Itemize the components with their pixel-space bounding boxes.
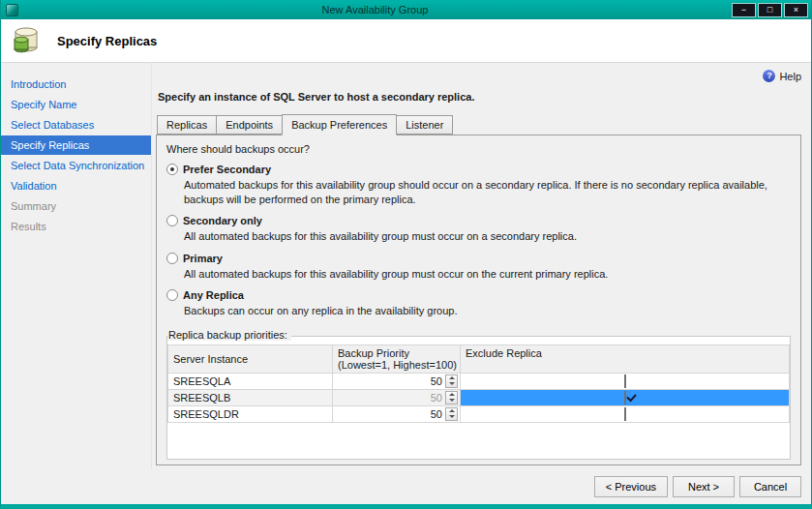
- table-row: SREESQLB 50: [168, 389, 790, 405]
- column-header-line2: (Lowest=1, Highest=100): [338, 359, 455, 372]
- radio-icon: [166, 253, 178, 264]
- priority-spinner: [445, 391, 458, 404]
- server-cell[interactable]: SREESQLA: [168, 373, 333, 389]
- tab-strip: Replicas Endpoints Backup Preferences Li…: [156, 114, 801, 135]
- priority-value: 50: [431, 392, 442, 404]
- tab-endpoints[interactable]: Endpoints: [216, 115, 283, 135]
- priorities-groupbox: Replica backup priorities: Server Instan…: [166, 336, 791, 460]
- minimize-button[interactable]: −: [732, 3, 756, 17]
- option-primary: Primary All automated backups for this a…: [166, 253, 791, 282]
- radio-primary[interactable]: Primary: [166, 253, 791, 264]
- sidebar-item-results: Results: [1, 217, 151, 236]
- spinner-down-icon[interactable]: [446, 381, 457, 387]
- previous-button[interactable]: < Previous: [594, 476, 668, 497]
- help-label: Help: [779, 71, 801, 82]
- backup-question: Where should backups occur?: [166, 143, 792, 155]
- exclude-checkbox[interactable]: [624, 407, 626, 421]
- tab-listener[interactable]: Listener: [396, 115, 453, 135]
- sidebar-item-specify-replicas[interactable]: Specify Replicas: [1, 135, 151, 155]
- column-header-backup-priority: Backup Priority (Lowest=1, Highest=100): [333, 344, 461, 373]
- option-prefer-secondary: Prefer Secondary Automated backups for t…: [166, 164, 791, 206]
- page-title: Specify Replicas: [57, 34, 157, 48]
- close-button[interactable]: ×: [784, 3, 808, 17]
- radio-prefer-secondary[interactable]: Prefer Secondary: [166, 164, 791, 175]
- exclude-cell: [461, 405, 790, 422]
- next-button[interactable]: Next >: [673, 476, 735, 497]
- exclude-cell: [461, 389, 790, 405]
- instruction-text: Specify an instance of SQL Server to hos…: [158, 91, 801, 103]
- backup-preferences-panel: Where should backups occur? Prefer Secon…: [156, 135, 801, 465]
- spinner-down-icon[interactable]: [446, 398, 457, 404]
- radio-icon: [166, 164, 178, 175]
- tab-backup-preferences[interactable]: Backup Preferences: [282, 114, 397, 135]
- option-description: All automated backups for this availabil…: [184, 229, 791, 244]
- help-icon: ?: [763, 70, 775, 82]
- priority-cell[interactable]: 50: [333, 389, 461, 405]
- window-title: New Availability Group: [18, 4, 732, 15]
- option-label: Primary: [183, 253, 223, 264]
- exclude-checkbox[interactable]: [624, 374, 626, 388]
- sidebar-item-validation[interactable]: Validation: [1, 176, 151, 195]
- priorities-group-label: Replica backup priorities:: [167, 329, 291, 341]
- help-link[interactable]: ? Help: [156, 69, 801, 83]
- priority-cell[interactable]: 50: [333, 405, 461, 422]
- server-cell[interactable]: SREESQLDR: [168, 405, 333, 422]
- spinner-down-icon[interactable]: [446, 414, 457, 420]
- column-header-line1: Backup Priority: [338, 347, 455, 360]
- exclude-checkbox[interactable]: [624, 391, 626, 404]
- option-label: Any Replica: [183, 289, 244, 301]
- option-label: Prefer Secondary: [183, 164, 271, 175]
- radio-any-replica[interactable]: Any Replica: [166, 289, 791, 301]
- option-any-replica: Any Replica Backups can occur on any rep…: [166, 289, 791, 318]
- footer-bar: < Previous Next > Cancel: [1, 469, 811, 504]
- titlebar[interactable]: New Availability Group − □ ×: [1, 0, 811, 19]
- sidebar-item-specify-name[interactable]: Specify Name: [1, 95, 151, 114]
- column-header-exclude-replica: Exclude Replica: [461, 344, 790, 373]
- priority-cell[interactable]: 50: [333, 373, 461, 389]
- radio-secondary-only[interactable]: Secondary only: [166, 215, 791, 226]
- radio-icon: [166, 215, 178, 226]
- radio-icon: [166, 289, 178, 301]
- wizard-header: Specify Replicas: [1, 19, 811, 63]
- wizard-window: New Availability Group − □ × Specify Rep…: [0, 0, 812, 509]
- cancel-button[interactable]: Cancel: [739, 476, 801, 497]
- priority-spinner: [445, 407, 458, 421]
- tab-replicas[interactable]: Replicas: [157, 115, 217, 135]
- priority-spinner: [445, 374, 458, 388]
- option-secondary-only: Secondary only All automated backups for…: [166, 215, 791, 244]
- server-cell[interactable]: SREESQLB: [168, 389, 333, 405]
- column-header-server-instance: Server Instance: [168, 344, 333, 373]
- option-description: All automated backups for this availabil…: [184, 267, 791, 282]
- option-description: Backups can occur on any replica in the …: [184, 304, 791, 318]
- database-icon: [11, 23, 44, 58]
- steps-sidebar: Introduction Specify Name Select Databas…: [1, 63, 152, 469]
- wizard-body: Introduction Specify Name Select Databas…: [1, 63, 811, 469]
- sidebar-item-summary: Summary: [1, 196, 151, 216]
- priority-value: 50: [431, 408, 442, 420]
- option-label: Secondary only: [183, 215, 262, 226]
- option-description: Automated backups for this availability …: [184, 178, 791, 206]
- window-controls: − □ ×: [732, 3, 808, 17]
- table-row: SREESQLDR 50: [168, 405, 790, 422]
- sidebar-item-introduction[interactable]: Introduction: [1, 75, 151, 94]
- sidebar-item-select-data-synchronization[interactable]: Select Data Synchronization: [1, 156, 151, 175]
- main-content: ? Help Specify an instance of SQL Server…: [152, 63, 811, 469]
- table-header-row: Server Instance Backup Priority (Lowest=…: [168, 344, 790, 373]
- priority-value: 50: [431, 375, 442, 387]
- priorities-table: Server Instance Backup Priority (Lowest=…: [167, 344, 790, 423]
- sidebar-item-select-databases[interactable]: Select Databases: [1, 115, 151, 135]
- maximize-button[interactable]: □: [758, 3, 782, 17]
- app-icon: [6, 4, 18, 16]
- table-row: SREESQLA 50: [168, 373, 790, 389]
- exclude-cell: [461, 373, 790, 389]
